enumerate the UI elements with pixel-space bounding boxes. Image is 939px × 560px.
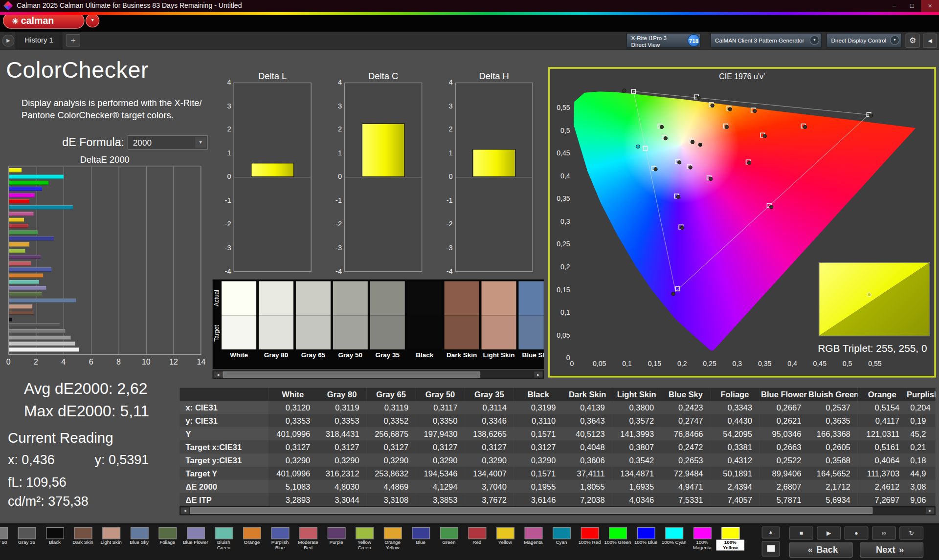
scrollbar-thumb[interactable] — [190, 507, 872, 514]
patch-button-100-green[interactable]: 100% Green — [604, 525, 632, 559]
patch-button-100-magenta[interactable]: 100% Magenta — [688, 525, 716, 559]
patch-color-swatch — [412, 527, 430, 539]
play-icon[interactable]: ▶ — [817, 527, 841, 540]
table-row: Target x:CIE310,31270,31270,31270,31270,… — [179, 440, 935, 453]
delta-ytick: -3 — [441, 243, 452, 252]
patch-button-orange-yellow[interactable]: Orange Yellow — [379, 525, 407, 559]
calman-menu-button[interactable]: ▼ — [86, 14, 99, 27]
table-cell: 134,4871 — [612, 467, 661, 480]
window-title: Calman 2025 Calman Ultimate for Business… — [17, 2, 242, 9]
pattern-window-button[interactable] — [762, 541, 780, 557]
table-cell: 0,21 — [907, 440, 936, 453]
tab-history-1[interactable]: History 1 — [16, 32, 63, 49]
patch-color-swatch — [721, 527, 739, 539]
cie-ytick: 0,25 — [551, 240, 570, 248]
de-formula-select[interactable]: 2000 ▼ — [128, 135, 208, 150]
deltae-bar — [9, 286, 46, 290]
eject-icon[interactable]: ▲ — [762, 527, 780, 538]
table-cell: 0,1571 — [514, 427, 563, 440]
patch-button-yellow-green[interactable]: Yellow Green — [350, 525, 379, 559]
cie-measured-dot — [728, 108, 732, 111]
scroll-right-icon[interactable]: ► — [926, 507, 934, 514]
delta-l-title: Delta L — [234, 70, 312, 81]
chevron-down-icon[interactable]: ▼ — [890, 35, 900, 45]
cie-xtick: 0,4 — [782, 360, 802, 367]
table-cell: 4,4869 — [366, 480, 415, 493]
patch-button-blue[interactable]: Blue — [406, 525, 435, 559]
close-button[interactable]: × — [921, 0, 939, 12]
patch-button-blue-flower[interactable]: Blue Flower — [181, 525, 210, 559]
patch-label: Gray 50 — [0, 539, 13, 545]
patch-button-100-cyan[interactable]: 100% Cyan — [660, 525, 688, 559]
pattern-generator-dropdown[interactable]: CalMAN Client 3 Pattern Generator ▼ — [710, 33, 822, 48]
patch-button-red[interactable]: Red — [463, 525, 492, 559]
patch-color-swatch — [553, 527, 571, 539]
patch-button-orange[interactable]: Orange — [238, 525, 266, 559]
target-row-label: Target — [213, 317, 221, 350]
patch-button-bluish-green[interactable]: Bluish Green — [210, 525, 238, 559]
chevron-down-icon[interactable]: ▼ — [195, 137, 206, 148]
deltae-xtick: 6 — [86, 357, 96, 366]
loop-icon[interactable]: ↻ — [899, 527, 923, 540]
stop-icon[interactable]: ■ — [789, 527, 813, 540]
patch-button-cyan[interactable]: Cyan — [547, 525, 576, 559]
add-tab-button[interactable]: + — [66, 34, 80, 47]
table-scrollbar[interactable]: ◄ ► — [179, 506, 935, 515]
minimize-button[interactable]: – — [885, 0, 903, 12]
back-button[interactable]: «Back — [789, 542, 853, 558]
patch-button-gray-50[interactable]: Gray 50 — [0, 525, 13, 559]
next-button[interactable]: Next» — [860, 542, 923, 558]
delta-ytick: 2 — [219, 125, 231, 133]
strip-scrollbar[interactable]: ◄ ► — [213, 370, 544, 379]
patch-label: Red — [463, 539, 492, 545]
patch-label: 100% Cyan — [660, 539, 688, 545]
patch-color-swatch — [383, 527, 402, 539]
patch-button-dark-skin[interactable]: Dark Skin — [69, 525, 97, 559]
cie-measured-dot — [711, 104, 714, 107]
scrollbar-thumb[interactable] — [223, 371, 481, 377]
table-cell: 0,3199 — [514, 401, 563, 414]
delta-ytick: 4 — [219, 78, 231, 86]
patch-button-light-skin[interactable]: Light Skin — [97, 525, 125, 559]
table-cell: 0,3346 — [465, 414, 514, 427]
deltae-bar — [9, 298, 76, 302]
table-cell: 0,2522 — [760, 453, 808, 467]
collapse-toolbar-button[interactable]: ◀ — [923, 34, 937, 48]
maximize-button[interactable]: □ — [903, 0, 921, 12]
column-header: Gray 80 — [317, 388, 366, 401]
record-icon[interactable]: ● — [845, 527, 869, 540]
calman-logo[interactable]: ✳calman — [3, 13, 85, 29]
table-row: y: CIE310,33530,33530,33520,33500,33460,… — [179, 414, 935, 427]
patch-button-purplish-blue[interactable]: Purplish Blue — [266, 525, 294, 559]
continuous-icon[interactable]: ∞ — [872, 527, 896, 540]
patch-button-green[interactable]: Green — [435, 525, 463, 559]
patch-button-foliage[interactable]: Foliage — [153, 525, 181, 559]
scroll-right-icon[interactable]: ► — [534, 371, 542, 377]
patch-button-blue-sky[interactable]: Blue Sky — [125, 525, 154, 559]
deltae-bar — [9, 218, 24, 222]
patch-button-moderate-red[interactable]: Moderate Red — [294, 525, 322, 559]
cie-xtick: 0,45 — [810, 360, 829, 367]
layout-nav-button[interactable]: ▶ — [2, 35, 14, 46]
gear-icon[interactable]: ⚙ — [905, 34, 919, 48]
table-cell: 0,3290 — [465, 453, 514, 467]
patch-button-yellow[interactable]: Yellow — [491, 525, 519, 559]
patch-button-100-blue[interactable]: 100% Blue — [632, 525, 660, 559]
patch-button-gray-35[interactable]: Gray 35 — [13, 525, 41, 559]
patch-button-purple[interactable]: Purple — [322, 525, 351, 559]
chevron-down-icon[interactable]: ▼ — [810, 35, 820, 45]
column-header: Blue Flower — [760, 388, 808, 401]
patch-color-swatch — [609, 527, 627, 539]
scroll-left-icon[interactable]: ◄ — [214, 371, 222, 377]
column-header: Black — [514, 388, 563, 401]
patch-button-black[interactable]: Black — [41, 525, 69, 559]
patch-button-magenta[interactable]: Magenta — [519, 525, 548, 559]
delta-ytick: 3 — [330, 102, 342, 110]
display-control-dropdown[interactable]: Direct Display Control ▼ — [827, 33, 902, 48]
patch-button-100-yellow[interactable]: 100% Yellow — [716, 525, 744, 559]
scroll-left-icon[interactable]: ◄ — [181, 507, 189, 514]
patch-button-100-red[interactable]: 100% Red — [576, 525, 604, 559]
table-cell: 166,3368 — [808, 427, 857, 440]
gamut-triangle — [634, 91, 869, 291]
patch-label: Moderate Red — [294, 539, 322, 550]
